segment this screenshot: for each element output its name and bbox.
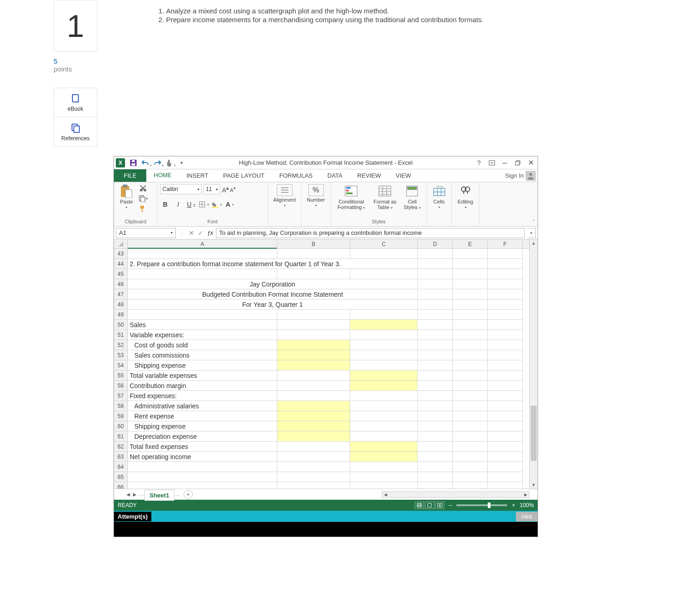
scroll-down-icon[interactable]: ▼ <box>530 481 538 489</box>
cell-A56[interactable]: Contribution margin <box>128 381 277 391</box>
select-all-corner[interactable] <box>114 239 128 248</box>
close-button[interactable]: ✕ <box>526 159 535 167</box>
cell-C53[interactable] <box>350 350 418 360</box>
decrease-font-icon[interactable]: A▾ <box>230 185 235 193</box>
cell-E45[interactable] <box>453 269 488 279</box>
editing-button[interactable]: Editing ▾ <box>456 184 475 209</box>
col-header-b[interactable]: B <box>277 239 350 248</box>
bold-button[interactable]: B <box>160 200 170 209</box>
expand-formula-bar-button[interactable]: ▾ <box>527 228 536 238</box>
cell-A61[interactable]: Depreciation expense <box>128 431 277 442</box>
cell-D63[interactable] <box>418 452 453 462</box>
tab-review[interactable]: REVIEW <box>350 169 388 182</box>
formula-input[interactable]: To aid in planning, Jay Corporation is p… <box>216 228 525 238</box>
cell-E63[interactable] <box>453 452 488 462</box>
borders-button[interactable] <box>199 200 209 209</box>
row-header[interactable]: 54 <box>114 360 128 371</box>
references-button[interactable]: References <box>54 117 97 147</box>
restore-button[interactable] <box>514 159 522 167</box>
cell-F62[interactable] <box>488 442 523 452</box>
cell-D43[interactable] <box>418 249 453 259</box>
row-header[interactable]: 51 <box>114 330 128 340</box>
cell-B56[interactable] <box>277 381 350 391</box>
name-box[interactable]: A1▾ <box>116 228 176 238</box>
cell-F56[interactable] <box>488 381 523 391</box>
cell-F50[interactable] <box>488 320 523 330</box>
cell-C57[interactable] <box>350 391 418 401</box>
col-header-f[interactable]: F <box>488 239 523 248</box>
row-header[interactable]: 58 <box>114 401 128 411</box>
format-painter-button[interactable] <box>138 204 148 213</box>
cell-E64[interactable] <box>453 462 488 472</box>
row-header[interactable]: 49 <box>114 310 128 320</box>
cell-D50[interactable] <box>418 320 453 330</box>
cell-A60[interactable]: Shipping expense <box>128 421 277 431</box>
cell-A46[interactable]: Jay Corporation <box>128 279 418 289</box>
cell-F53[interactable] <box>488 350 523 360</box>
cell-C50[interactable] <box>350 320 418 330</box>
ebook-button[interactable]: eBook <box>54 88 97 117</box>
tab-data[interactable]: DATA <box>320 169 350 182</box>
cell-B65[interactable] <box>277 472 350 482</box>
col-header-e[interactable]: E <box>453 239 488 248</box>
qat-customize-button[interactable]: ▾ <box>176 158 187 168</box>
cell-E61[interactable] <box>453 431 488 442</box>
cell-E59[interactable] <box>453 411 488 421</box>
cell-D49[interactable] <box>418 310 453 320</box>
cell-D62[interactable] <box>418 442 453 452</box>
cell-A63[interactable]: Net operating income <box>128 452 277 462</box>
cell-F47[interactable] <box>488 289 523 299</box>
save-icon[interactable] <box>128 158 139 168</box>
cell-F45[interactable] <box>488 269 523 279</box>
cell-A51[interactable]: Variable expenses: <box>128 330 277 340</box>
cell-C66[interactable] <box>350 482 418 489</box>
undo-button[interactable] <box>140 158 151 168</box>
scroll-left-icon[interactable]: ◀ <box>382 492 389 497</box>
vertical-scrollbar[interactable]: ▲ ▼ <box>529 239 538 489</box>
scroll-up-icon[interactable]: ▲ <box>530 239 538 247</box>
cut-button[interactable] <box>138 184 148 192</box>
sheet-nav-more[interactable]: … <box>138 490 144 499</box>
paste-button[interactable]: Paste ▾ <box>117 184 136 209</box>
cell-A57[interactable]: Fixed expenses: <box>128 391 277 401</box>
cell-A44[interactable]: 2. Prepare a contribution format income … <box>128 259 418 269</box>
underline-button[interactable]: U <box>186 200 196 209</box>
horizontal-scrollbar[interactable]: ◀ ▶ <box>382 491 529 498</box>
col-header-a[interactable]: A <box>128 239 277 248</box>
cell-B66[interactable] <box>277 482 350 489</box>
cell-A65[interactable] <box>128 472 277 482</box>
row-header[interactable]: 61 <box>114 431 128 442</box>
row-header[interactable]: 53 <box>114 350 128 360</box>
cell-F52[interactable] <box>488 340 523 350</box>
row-header[interactable]: 47 <box>114 289 128 299</box>
zoom-out-button[interactable]: – <box>449 502 452 508</box>
row-header[interactable]: 60 <box>114 421 128 431</box>
sheet-nav-more-right[interactable]: … <box>174 490 181 499</box>
cell-C59[interactable] <box>350 411 418 421</box>
row-header[interactable]: 56 <box>114 381 128 391</box>
row-header[interactable]: 64 <box>114 462 128 472</box>
row-header[interactable]: 50 <box>114 320 128 330</box>
cell-E50[interactable] <box>453 320 488 330</box>
cell-C63[interactable] <box>350 452 418 462</box>
zoom-in-button[interactable]: + <box>512 502 515 508</box>
cell-E62[interactable] <box>453 442 488 452</box>
cell-A53[interactable]: Sales commissions <box>128 350 277 360</box>
cell-B49[interactable] <box>277 310 350 320</box>
conditional-formatting-button[interactable]: ConditionalFormatting ▾ <box>334 184 369 210</box>
cell-A48[interactable]: For Year 3, Quarter 1 <box>128 299 418 310</box>
row-header[interactable]: 52 <box>114 340 128 350</box>
row-header[interactable]: 55 <box>114 371 128 381</box>
cell-A62[interactable]: Total fixed expenses <box>128 442 277 452</box>
cell-C54[interactable] <box>350 360 418 371</box>
cell-B60[interactable] <box>277 421 350 431</box>
col-header-d[interactable]: D <box>418 239 453 248</box>
copy-button[interactable]: ▾ <box>138 194 148 203</box>
cell-C56[interactable] <box>350 381 418 391</box>
cell-E60[interactable] <box>453 421 488 431</box>
cell-B59[interactable] <box>277 411 350 421</box>
cell-F43[interactable] <box>488 249 523 259</box>
cell-D57[interactable] <box>418 391 453 401</box>
cell-E44[interactable] <box>453 259 488 269</box>
cell-F46[interactable] <box>488 279 523 289</box>
